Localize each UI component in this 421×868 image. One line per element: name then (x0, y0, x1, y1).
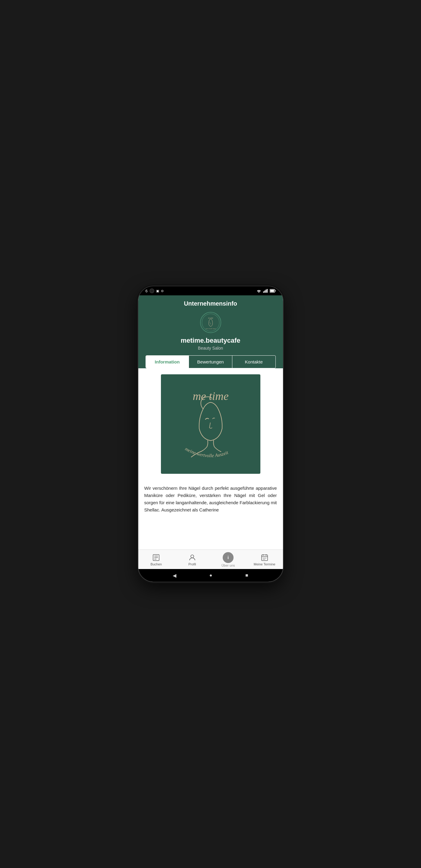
business-logo: me time meine wertvolle Auszeit (200, 312, 221, 333)
status-bar: 6 ▣ ⊖ (138, 286, 283, 296)
person-icon (188, 553, 196, 562)
info-icon: i (223, 552, 233, 563)
phone-screen: Unternehmensinfo me time meine wertvolle… (138, 296, 283, 582)
logo-svg: me time meine wertvolle Auszeit (202, 313, 220, 332)
time-display: 6 (145, 289, 148, 293)
data-icon: ⊖ (161, 289, 164, 293)
nav-item-uber-uns[interactable]: i Über uns (218, 552, 239, 567)
svg-rect-5 (275, 290, 276, 291)
battery-icon (270, 289, 276, 293)
nav-label-profil: Profil (188, 562, 196, 566)
svg-rect-0 (263, 291, 264, 293)
header-title: Unternehmensinfo (144, 300, 277, 307)
tab-bewertungen[interactable]: Bewertungen (189, 355, 232, 368)
svg-text:me time: me time (208, 317, 214, 319)
svg-point-17 (191, 555, 194, 558)
nav-label-meine-termine: Meine Termine (254, 562, 276, 566)
wifi-icon (256, 289, 261, 293)
status-left: 6 ▣ ⊖ (145, 288, 164, 293)
camera (150, 288, 154, 293)
business-type: Beauty Salon (144, 346, 277, 350)
svg-rect-20 (262, 555, 268, 561)
banner-svg: me time (165, 379, 256, 469)
svg-text:meine wertvolle Auszeit: meine wertvolle Auszeit (205, 328, 216, 330)
home-button[interactable]: ● (209, 572, 213, 578)
phone-frame: 6 ▣ ⊖ (138, 286, 283, 582)
nav-item-buchen[interactable]: Buchen (145, 553, 167, 566)
recent-button[interactable]: ■ (245, 572, 248, 578)
android-navigation: ◀ ● ■ (138, 569, 283, 582)
tab-kontakte[interactable]: Kontakte (232, 355, 276, 368)
bottom-navigation: Buchen Profil i Über un (138, 550, 283, 569)
back-button[interactable]: ◀ (173, 572, 176, 578)
svg-text:me time: me time (193, 390, 228, 402)
nav-item-profil[interactable]: Profil (182, 553, 203, 566)
nav-label-uber-uns: Über uns (222, 564, 235, 567)
content-area: me time (138, 368, 283, 550)
nav-item-meine-termine[interactable]: Meine Termine (254, 553, 276, 566)
tab-information[interactable]: Information (146, 355, 189, 368)
svg-rect-2 (265, 290, 266, 293)
app-header: Unternehmensinfo me time meine wertvolle… (138, 296, 283, 368)
tabs-container: Information Bewertungen Kontakte (145, 355, 276, 368)
calendar-icon (260, 553, 269, 562)
description-text: Wir verschönern Ihre Nägel durch perfekt… (138, 480, 283, 518)
svg-rect-6 (270, 290, 274, 292)
business-name: metime.beautycafe (144, 337, 277, 344)
svg-rect-3 (267, 289, 268, 293)
logo-banner: me time (161, 374, 260, 474)
status-right (256, 289, 276, 293)
svg-text:i: i (228, 555, 229, 560)
list-icon (152, 553, 160, 562)
nav-label-buchen: Buchen (151, 562, 162, 566)
signal-icon (263, 289, 268, 293)
sim-icon: ▣ (156, 289, 159, 293)
svg-rect-1 (264, 290, 265, 293)
